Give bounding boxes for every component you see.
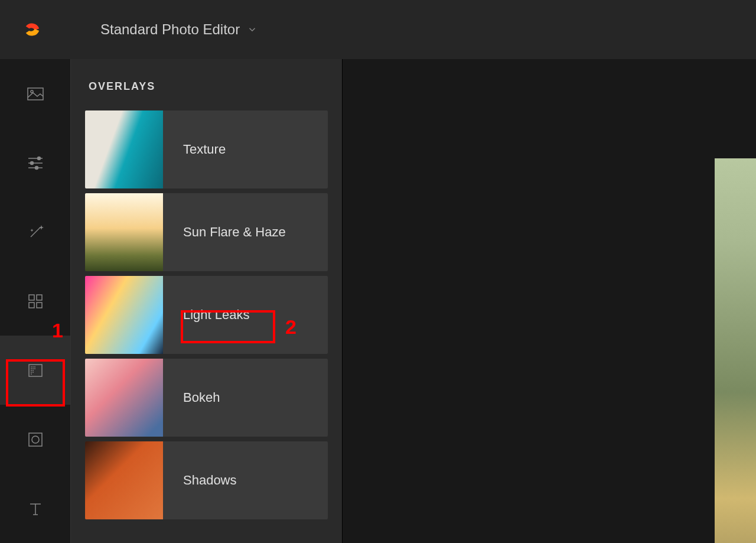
svg-point-22 xyxy=(31,372,32,373)
svg-point-16 xyxy=(34,366,35,368)
overlay-item-lightleaks[interactable]: Light Leaks xyxy=(85,276,328,354)
svg-rect-12 xyxy=(37,303,42,308)
overlay-item-sunflare[interactable]: Sun Flare & Haze xyxy=(85,193,328,271)
svg-line-8 xyxy=(31,227,40,237)
svg-point-5 xyxy=(30,161,33,164)
app-logo-icon xyxy=(24,21,41,38)
svg-point-20 xyxy=(31,370,32,371)
editor-canvas[interactable] xyxy=(343,59,756,543)
svg-point-18 xyxy=(32,368,34,369)
svg-point-21 xyxy=(32,370,34,371)
text-icon xyxy=(26,499,45,518)
svg-point-15 xyxy=(32,366,34,368)
overlay-thumb-icon xyxy=(85,441,163,519)
svg-rect-25 xyxy=(29,433,42,446)
svg-rect-9 xyxy=(29,295,34,300)
overlay-thumb-icon xyxy=(85,193,163,271)
svg-point-19 xyxy=(34,368,35,369)
image-icon xyxy=(26,84,45,103)
app-header: Standard Photo Editor xyxy=(0,0,756,59)
overlays-list: Texture Sun Flare & Haze Light Leaks Bok… xyxy=(71,110,342,519)
overlay-item-shadows[interactable]: Shadows xyxy=(85,441,328,519)
rail-adjust-tool[interactable] xyxy=(0,128,70,197)
overlay-item-label: Sun Flare & Haze xyxy=(163,225,286,240)
svg-point-14 xyxy=(31,366,32,368)
rail-frames-tool[interactable] xyxy=(0,405,70,474)
svg-point-26 xyxy=(32,436,39,443)
annotation-number-1: 1 xyxy=(52,319,63,342)
rail-image-tool[interactable] xyxy=(0,59,70,128)
svg-rect-10 xyxy=(37,295,42,300)
overlay-item-label: Bokeh xyxy=(163,390,220,405)
svg-point-7 xyxy=(35,166,38,169)
chevron-down-icon xyxy=(247,24,258,35)
overlay-thumb-icon xyxy=(85,359,163,437)
app-body: OVERLAYS Texture Sun Flare & Haze Light … xyxy=(0,59,756,543)
canvas-image xyxy=(715,158,756,543)
overlay-item-label: Light Leaks xyxy=(163,307,250,323)
svg-rect-11 xyxy=(29,303,34,308)
overlay-item-label: Texture xyxy=(163,142,226,157)
overlay-item-label: Shadows xyxy=(163,473,237,488)
tool-rail xyxy=(0,59,71,543)
magic-wand-icon xyxy=(26,223,45,242)
rail-effects-tool[interactable] xyxy=(0,197,70,266)
grid-icon xyxy=(26,292,45,311)
overlays-icon xyxy=(26,361,45,380)
panel-title: OVERLAYS xyxy=(71,59,342,110)
overlay-item-bokeh[interactable]: Bokeh xyxy=(85,359,328,437)
rail-overlays-tool[interactable] xyxy=(0,336,70,405)
svg-point-1 xyxy=(31,90,33,93)
overlay-thumb-icon xyxy=(85,276,163,354)
svg-point-24 xyxy=(31,373,32,375)
frame-icon xyxy=(26,430,45,449)
overlays-panel: OVERLAYS Texture Sun Flare & Haze Light … xyxy=(71,59,343,543)
editor-mode-dropdown[interactable]: Standard Photo Editor xyxy=(100,21,258,38)
overlay-item-texture[interactable]: Texture xyxy=(85,110,328,188)
rail-text-tool[interactable] xyxy=(0,474,70,543)
svg-point-17 xyxy=(31,368,32,369)
svg-point-23 xyxy=(32,372,34,373)
editor-mode-title: Standard Photo Editor xyxy=(100,21,240,38)
svg-point-3 xyxy=(37,157,40,160)
sliders-icon xyxy=(26,154,45,173)
annotation-number-2: 2 xyxy=(285,316,296,339)
overlay-thumb-icon xyxy=(85,110,163,188)
